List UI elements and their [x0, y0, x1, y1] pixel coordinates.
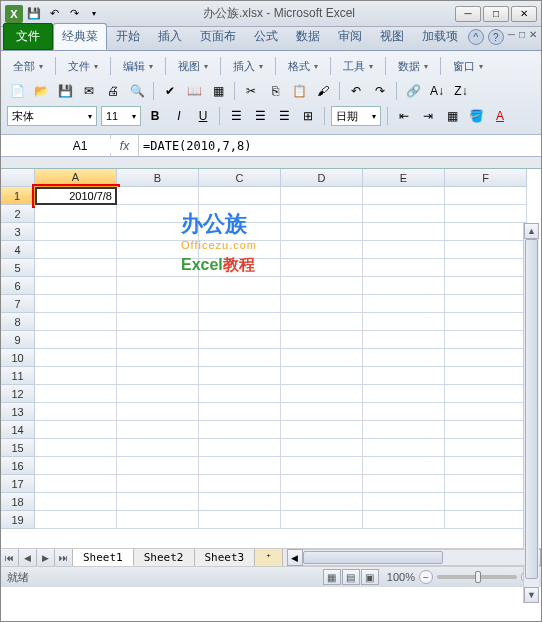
fx-icon[interactable]: fx	[111, 135, 139, 156]
row-header-16[interactable]: 16	[1, 457, 35, 475]
row-header-4[interactable]: 4	[1, 241, 35, 259]
indent-increase-icon[interactable]: ⇥	[418, 106, 438, 126]
tab-开始[interactable]: 开始	[107, 23, 149, 50]
cell-A18[interactable]	[35, 493, 117, 511]
cell-E18[interactable]	[363, 493, 445, 511]
cell-F12[interactable]	[445, 385, 527, 403]
cell-A5[interactable]	[35, 259, 117, 277]
cell-D16[interactable]	[281, 457, 363, 475]
cell-B2[interactable]	[117, 205, 199, 223]
doc-close-icon[interactable]: ✕	[529, 29, 537, 45]
cell-F18[interactable]	[445, 493, 527, 511]
scroll-left-icon[interactable]: ◀	[287, 549, 303, 566]
cell-D18[interactable]	[281, 493, 363, 511]
row-header-12[interactable]: 12	[1, 385, 35, 403]
link-icon[interactable]: 🔗	[403, 81, 423, 101]
cell-D3[interactable]	[281, 223, 363, 241]
save-toolbar-icon[interactable]: 💾	[55, 81, 75, 101]
cell-E5[interactable]	[363, 259, 445, 277]
align-left-icon[interactable]: ☰	[226, 106, 246, 126]
redo-icon[interactable]: ↷	[65, 5, 83, 23]
cell-F10[interactable]	[445, 349, 527, 367]
cell-C6[interactable]	[199, 277, 281, 295]
cell-F16[interactable]	[445, 457, 527, 475]
italic-button[interactable]: I	[169, 106, 189, 126]
cell-E9[interactable]	[363, 331, 445, 349]
cell-B14[interactable]	[117, 421, 199, 439]
cell-F7[interactable]	[445, 295, 527, 313]
help-icon[interactable]: ?	[488, 29, 504, 45]
cell-A1[interactable]: 2010/7/8	[35, 187, 117, 205]
sheet-prev-icon[interactable]: ◀	[19, 549, 37, 566]
cell-E19[interactable]	[363, 511, 445, 529]
align-right-icon[interactable]: ☰	[274, 106, 294, 126]
cell-B12[interactable]	[117, 385, 199, 403]
cell-E6[interactable]	[363, 277, 445, 295]
cell-C7[interactable]	[199, 295, 281, 313]
menu-插入[interactable]: 插入	[227, 57, 269, 76]
row-header-13[interactable]: 13	[1, 403, 35, 421]
bold-button[interactable]: B	[145, 106, 165, 126]
zoom-slider-thumb[interactable]	[475, 571, 481, 583]
cell-D5[interactable]	[281, 259, 363, 277]
doc-min-icon[interactable]: ─	[508, 29, 515, 45]
row-header-6[interactable]: 6	[1, 277, 35, 295]
row-header-7[interactable]: 7	[1, 295, 35, 313]
format-painter-icon[interactable]: 🖌	[313, 81, 333, 101]
col-header-A[interactable]: A	[35, 169, 117, 187]
sheet-last-icon[interactable]: ⏭	[55, 549, 73, 566]
cell-E10[interactable]	[363, 349, 445, 367]
save-icon[interactable]: 💾	[25, 5, 43, 23]
vertical-scrollbar[interactable]: ▲ ▼	[523, 223, 539, 603]
cell-C1[interactable]	[199, 187, 281, 205]
sheet-first-icon[interactable]: ⏮	[1, 549, 19, 566]
cell-E16[interactable]	[363, 457, 445, 475]
zoom-slider[interactable]	[437, 575, 517, 579]
cell-F2[interactable]	[445, 205, 527, 223]
scroll-down-icon[interactable]: ▼	[524, 587, 539, 603]
row-header-9[interactable]: 9	[1, 331, 35, 349]
cell-A9[interactable]	[35, 331, 117, 349]
research-icon[interactable]: 📖	[184, 81, 204, 101]
cell-F19[interactable]	[445, 511, 527, 529]
cell-A15[interactable]	[35, 439, 117, 457]
cell-A12[interactable]	[35, 385, 117, 403]
cell-E7[interactable]	[363, 295, 445, 313]
cell-D9[interactable]	[281, 331, 363, 349]
tab-视图[interactable]: 视图	[371, 23, 413, 50]
close-button[interactable]: ✕	[511, 6, 537, 22]
cell-D12[interactable]	[281, 385, 363, 403]
tab-数据[interactable]: 数据	[287, 23, 329, 50]
cell-B10[interactable]	[117, 349, 199, 367]
cell-A13[interactable]	[35, 403, 117, 421]
cell-B17[interactable]	[117, 475, 199, 493]
row-header-19[interactable]: 19	[1, 511, 35, 529]
qat-dropdown-icon[interactable]: ▾	[85, 5, 103, 23]
horizontal-scrollbar[interactable]: ◀ ▶	[287, 549, 541, 566]
cell-C10[interactable]	[199, 349, 281, 367]
cell-C11[interactable]	[199, 367, 281, 385]
fill-color-icon[interactable]: 🪣	[466, 106, 486, 126]
scroll-thumb[interactable]	[525, 239, 538, 579]
cell-D10[interactable]	[281, 349, 363, 367]
col-header-B[interactable]: B	[117, 169, 199, 187]
indent-decrease-icon[interactable]: ⇤	[394, 106, 414, 126]
cell-F9[interactable]	[445, 331, 527, 349]
cell-C8[interactable]	[199, 313, 281, 331]
redo-toolbar-icon[interactable]: ↷	[370, 81, 390, 101]
underline-button[interactable]: U	[193, 106, 213, 126]
row-header-11[interactable]: 11	[1, 367, 35, 385]
cell-D14[interactable]	[281, 421, 363, 439]
cell-A11[interactable]	[35, 367, 117, 385]
cell-E4[interactable]	[363, 241, 445, 259]
zoom-out-button[interactable]: −	[419, 570, 433, 584]
sheet-tab-Sheet1[interactable]: Sheet1	[73, 549, 134, 566]
cell-D6[interactable]	[281, 277, 363, 295]
cell-E12[interactable]	[363, 385, 445, 403]
menu-工具[interactable]: 工具	[337, 57, 379, 76]
cell-C2[interactable]	[199, 205, 281, 223]
name-box[interactable]: ▾	[1, 135, 111, 156]
cell-E8[interactable]	[363, 313, 445, 331]
page-layout-icon[interactable]: ▤	[342, 569, 360, 585]
align-center-icon[interactable]: ☰	[250, 106, 270, 126]
